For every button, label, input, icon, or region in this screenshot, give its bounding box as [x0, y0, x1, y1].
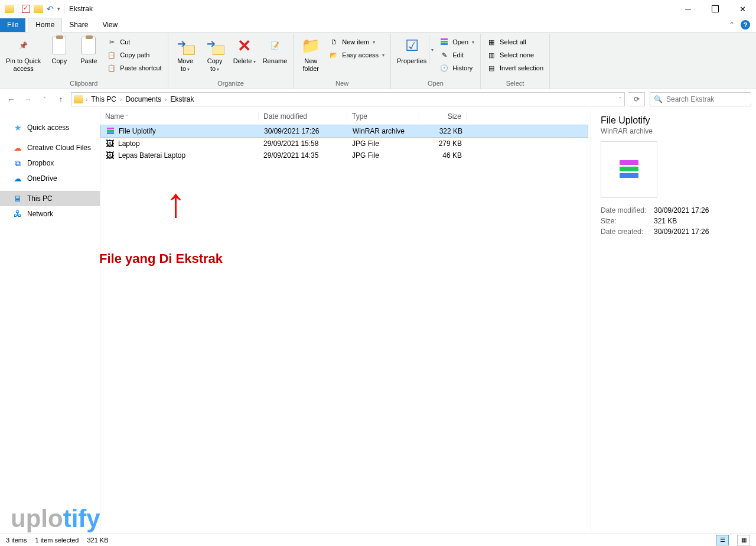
sidebar-item-dropbox[interactable]: ⧉Dropbox — [0, 155, 100, 171]
history-button[interactable]: 🕑History — [438, 62, 475, 74]
column-date[interactable]: Date modified — [259, 112, 347, 121]
new-item-button[interactable]: 🗋New item — [328, 36, 386, 48]
delete-button[interactable]: ✕ Delete — [231, 35, 258, 66]
status-count: 3 items — [6, 537, 27, 544]
rename-button[interactable]: 📝 Rename — [260, 35, 290, 65]
address-bar[interactable]: › This PC › Documents › Ekstrak ˅ — [71, 92, 625, 106]
column-name[interactable]: Name — [100, 112, 259, 121]
tab-share[interactable]: Share — [62, 18, 95, 32]
titlebar: ↶ ▾ Ekstrak — [0, 0, 756, 18]
file-type: JPG File — [347, 151, 419, 160]
group-organize-label: Organize — [172, 79, 290, 89]
address-dropdown-icon[interactable]: ˅ — [619, 96, 622, 102]
address-folder-icon — [74, 95, 83, 103]
sidebar-item-onedrive[interactable]: ☁OneDrive — [0, 171, 100, 186]
tab-view[interactable]: View — [95, 18, 125, 32]
qat-properties-icon[interactable] — [22, 5, 30, 13]
breadcrumb-thispc[interactable]: This PC — [90, 95, 118, 103]
navbar: ← → ˅ ↑ › This PC › Documents › Ekstrak … — [0, 89, 756, 109]
invert-selection-button[interactable]: ▤Invert selection — [485, 62, 545, 74]
easy-access-button[interactable]: 📂Easy access — [328, 49, 386, 61]
file-row[interactable]: File Uplotify30/09/2021 17:26WinRAR arch… — [100, 125, 588, 138]
new-folder-button[interactable]: 📁 New folder — [297, 35, 324, 73]
search-input[interactable] — [666, 95, 755, 103]
details-view-button[interactable]: ☰ — [716, 535, 729, 545]
qat-folder-icon[interactable] — [5, 5, 14, 13]
close-button[interactable] — [729, 0, 756, 18]
window-title: Ekstrak — [69, 5, 93, 13]
chevron-icon[interactable]: › — [86, 96, 87, 103]
details-key: Size: — [601, 217, 654, 225]
move-to-button[interactable]: ➔ Move to — [172, 35, 199, 73]
rar-icon — [106, 126, 115, 136]
qat-undo-icon[interactable]: ↶ — [47, 4, 54, 14]
file-row[interactable]: Laptop29/09/2021 15:58JPG File279 KB — [100, 138, 588, 150]
help-icon[interactable]: ? — [741, 20, 750, 30]
select-all-button[interactable]: ▦Select all — [485, 36, 545, 48]
thumbnails-view-button[interactable]: ▦ — [737, 535, 750, 545]
sidebar-item-label: Quick access — [27, 124, 69, 132]
copy-icon — [50, 36, 69, 55]
copy-path-icon: 📋 — [107, 50, 116, 60]
properties-icon: ☑ — [402, 36, 421, 55]
back-button[interactable]: ← — [5, 93, 18, 106]
paste-button[interactable]: Paste — [75, 35, 102, 65]
copy-to-icon: ➔ — [206, 36, 224, 55]
watermark: uplotify — [11, 505, 100, 533]
qat-separator-2 — [64, 4, 64, 14]
sidebar-item-label: Network — [27, 210, 53, 218]
image-icon — [106, 151, 114, 160]
history-icon: 🕑 — [439, 63, 449, 73]
properties-button[interactable]: ☑ Properties — [395, 35, 429, 65]
maximize-button[interactable] — [702, 0, 729, 18]
new-item-icon: 🗋 — [329, 37, 338, 47]
sidebar-item-label: Creative Cloud Files — [27, 144, 91, 152]
file-type: WinRAR archive — [348, 127, 420, 135]
edit-button[interactable]: ✎Edit — [438, 49, 475, 61]
sidebar-item-creative-cloud-files[interactable]: ☁Creative Cloud Files — [0, 140, 100, 155]
details-pane: File Uplotify WinRAR archive Date modifi… — [591, 109, 756, 534]
sidebar-item-quick-access[interactable]: ★Quick access — [0, 120, 100, 135]
main: ★Quick access☁Creative Cloud Files⧉Dropb… — [0, 109, 756, 534]
sidebar-item-label: OneDrive — [27, 174, 57, 183]
pin-quick-access-button[interactable]: Pin to Quick access — [4, 35, 43, 73]
paste-shortcut-button[interactable]: 📋Paste shortcut — [106, 62, 162, 74]
status-size: 321 KB — [87, 537, 108, 544]
collapse-ribbon-icon[interactable] — [729, 21, 735, 29]
copy-path-button[interactable]: 📋Copy path — [106, 49, 162, 61]
file-row[interactable]: Lepas Baterai Laptop29/09/2021 14:35JPG … — [100, 150, 588, 161]
copy-to-button[interactable]: ➔ Copy to — [201, 35, 229, 73]
breadcrumb-documents[interactable]: Documents — [124, 95, 162, 103]
tab-home[interactable]: Home — [28, 18, 62, 32]
select-none-button[interactable]: ▥Select none — [485, 49, 545, 61]
properties-dropdown[interactable] — [429, 35, 435, 65]
star-icon: ★ — [13, 123, 22, 132]
recent-dropdown[interactable]: ˅ — [38, 93, 51, 106]
sidebar-item-this-pc[interactable]: 🖥This PC — [0, 191, 100, 206]
copy-button[interactable]: Copy — [45, 35, 73, 65]
refresh-button[interactable]: ⟳ — [628, 92, 645, 106]
forward-button[interactable]: → — [21, 93, 34, 106]
network-icon: 🖧 — [13, 209, 22, 219]
column-size[interactable]: Size — [419, 112, 467, 121]
cloud-icon: ☁ — [13, 143, 22, 152]
chevron-icon[interactable]: › — [165, 96, 167, 103]
chevron-icon[interactable]: › — [120, 96, 122, 103]
pin-icon — [14, 36, 33, 55]
qat-dropdown-icon[interactable]: ▾ — [57, 6, 60, 12]
search-box[interactable]: 🔍 — [650, 92, 751, 106]
move-to-icon: ➔ — [176, 36, 195, 55]
up-button[interactable]: ↑ — [54, 93, 67, 106]
column-type[interactable]: Type — [347, 112, 419, 121]
qat-newfolder-icon[interactable] — [34, 5, 43, 13]
sidebar-item-network[interactable]: 🖧Network — [0, 206, 100, 222]
tab-file[interactable]: File — [0, 18, 25, 32]
annotation-arrow: ↑ — [165, 186, 186, 219]
cut-button[interactable]: Cut — [106, 36, 162, 48]
details-row: Date created:30/09/2021 17:26 — [601, 226, 747, 237]
breadcrumb-ekstrak[interactable]: Ekstrak — [169, 95, 195, 103]
minimize-button[interactable] — [674, 0, 702, 18]
rar-icon — [616, 157, 642, 183]
file-size: 46 KB — [419, 151, 467, 160]
open-button[interactable]: Open — [438, 36, 475, 48]
